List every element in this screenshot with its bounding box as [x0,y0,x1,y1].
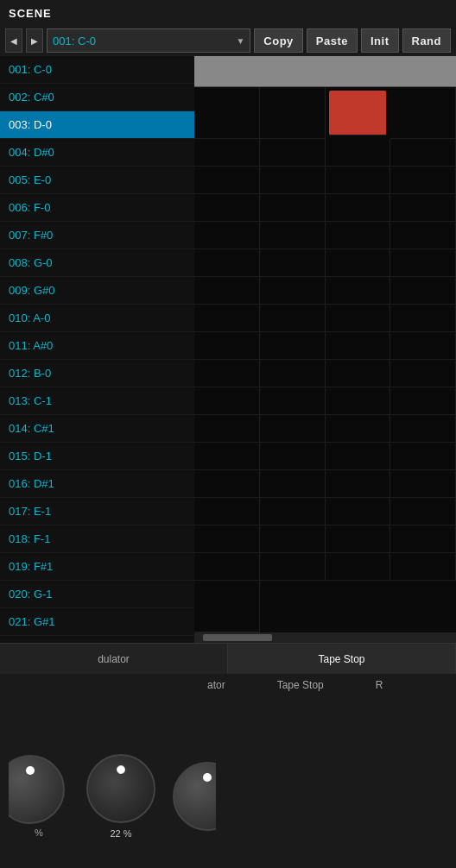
right-knob[interactable] [173,762,216,831]
list-item[interactable]: 001: C-0 [0,56,194,84]
tab-tape-stop[interactable]: Tape Stop [228,644,456,674]
grid-cell[interactable] [194,581,260,632]
list-item[interactable]: 022: A-1 [0,636,194,643]
grid-cell-red[interactable] [329,91,388,135]
grid-cell[interactable] [390,305,456,332]
list-item[interactable]: 012: B-0 [0,360,194,387]
grid-cell[interactable] [326,249,391,277]
grid-cell[interactable] [194,222,260,249]
grid-cell[interactable] [260,553,326,581]
grid-cell[interactable] [390,553,456,581]
grid-cell[interactable] [390,277,456,305]
grid-cell[interactable] [260,194,326,222]
grid-cell[interactable] [326,415,391,443]
grid-cell[interactable] [194,553,260,581]
grid-cell[interactable] [326,470,391,498]
modulator-knob[interactable] [9,755,65,824]
grid-cell[interactable] [390,249,456,277]
grid-cell[interactable] [260,360,326,387]
grid-cell[interactable] [194,498,260,525]
scene-list[interactable]: 001: C-0002: C#0003: D-0004: D#0005: E-0… [0,56,194,643]
grid-cell[interactable] [194,415,260,443]
grid-cell[interactable] [390,360,456,387]
grid-cell[interactable] [326,360,391,387]
grid-cell[interactable] [194,194,260,222]
grid-cell[interactable] [390,525,456,553]
grid-cell[interactable] [390,443,456,470]
grid-cell[interactable] [194,87,260,139]
grid-cell[interactable] [260,498,326,525]
list-item[interactable]: 008: G-0 [0,249,194,277]
tape-stop-knob[interactable] [86,754,155,823]
grid-cell[interactable] [260,167,326,194]
grid-cell[interactable] [194,470,260,498]
list-item[interactable]: 003: D-0 [0,111,194,139]
grid-cell[interactable] [194,360,260,387]
grid-cell[interactable] [260,249,326,277]
grid-cell[interactable] [260,525,326,553]
paste-button[interactable]: Paste [307,28,358,53]
grid-cell[interactable] [260,470,326,498]
list-item[interactable]: 019: F#1 [0,553,194,581]
grid-cell[interactable] [194,387,260,415]
copy-button[interactable]: Copy [254,28,303,53]
list-item[interactable]: 016: D#1 [0,470,194,498]
grid-cell[interactable] [194,249,260,277]
grid-cell[interactable] [326,525,391,553]
grid-cell[interactable] [194,443,260,470]
grid-cell[interactable] [260,332,326,360]
grid-cell[interactable] [390,139,456,167]
grid-cell[interactable] [194,525,260,553]
grid-cell[interactable] [326,498,391,525]
grid-cell[interactable] [326,222,391,249]
list-item[interactable]: 015: D-1 [0,443,194,470]
grid-cell[interactable] [326,194,391,222]
grid-cell[interactable] [326,332,391,360]
grid-cell[interactable] [260,387,326,415]
list-item[interactable]: 018: F-1 [0,525,194,553]
grid-cell[interactable] [326,443,391,470]
grid-cell[interactable] [390,415,456,443]
list-item[interactable]: 020: G-1 [0,581,194,608]
grid-cell[interactable] [260,87,326,139]
init-button[interactable]: Init [361,28,399,53]
tab-modulator[interactable]: dulator [0,644,228,674]
grid-cell[interactable] [194,332,260,360]
grid-cell[interactable] [326,387,391,415]
grid-cell[interactable] [326,305,391,332]
grid-cell[interactable] [194,139,260,167]
rand-button[interactable]: Rand [402,28,452,53]
grid-cell[interactable] [390,194,456,222]
horizontal-scrollbar[interactable] [194,632,456,643]
prev-scene-button[interactable]: ◀ [5,28,22,53]
grid-cell[interactable] [326,277,391,305]
list-item[interactable]: 007: F#0 [0,222,194,249]
grid-cell[interactable] [260,277,326,305]
list-item[interactable]: 013: C-1 [0,387,194,415]
list-item[interactable]: 009: G#0 [0,277,194,305]
grid-cell[interactable] [390,332,456,360]
grid-cell[interactable] [390,222,456,249]
grid-cell[interactable] [260,443,326,470]
grid-cell[interactable] [390,167,456,194]
list-item[interactable]: 017: E-1 [0,498,194,525]
grid-cell[interactable] [194,277,260,305]
grid-cell[interactable] [390,498,456,525]
grid-cell[interactable] [260,415,326,443]
list-item[interactable]: 002: C#0 [0,84,194,111]
grid-cell[interactable] [260,305,326,332]
grid-cell[interactable] [326,553,391,581]
grid-cell[interactable] [194,305,260,332]
list-item[interactable]: 014: C#1 [0,415,194,443]
grid-cell[interactable] [390,470,456,498]
grid-cell[interactable] [194,167,260,194]
scene-dropdown[interactable]: 001: C-0 ▼ [47,28,250,53]
list-item[interactable]: 004: D#0 [0,139,194,167]
list-item[interactable]: 011: A#0 [0,332,194,360]
grid-cell[interactable] [326,167,391,194]
scrollbar-thumb[interactable] [203,634,272,641]
next-scene-button[interactable]: ▶ [26,28,43,53]
grid-cell[interactable] [260,139,326,167]
grid-cell[interactable] [326,139,391,167]
grid-cell[interactable] [390,87,456,139]
